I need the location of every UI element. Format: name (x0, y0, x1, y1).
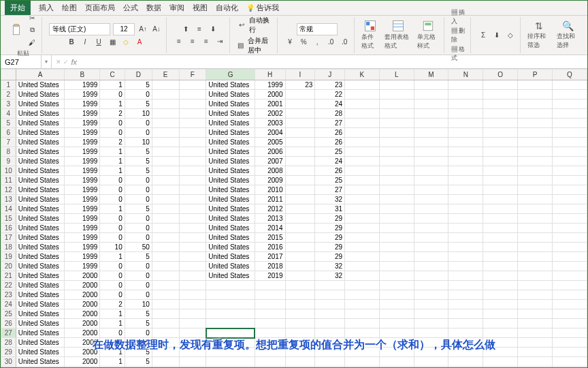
cell[interactable] (152, 243, 179, 252)
cell[interactable] (483, 109, 518, 119)
cell[interactable] (285, 147, 315, 157)
cell[interactable] (518, 262, 553, 271)
cell[interactable]: 29 (315, 224, 345, 233)
menu-tab-7[interactable]: 视图 (193, 3, 208, 13)
cell[interactable] (152, 262, 179, 271)
cell[interactable] (379, 214, 414, 224)
col-header-J[interactable]: J (315, 70, 345, 80)
cell[interactable]: 2000 (65, 328, 100, 338)
cell[interactable] (152, 204, 179, 214)
cell[interactable]: 29 (315, 252, 345, 262)
cell[interactable] (315, 309, 345, 319)
cell[interactable] (152, 281, 179, 290)
cell[interactable] (414, 138, 448, 147)
cell[interactable] (379, 290, 414, 300)
cell[interactable]: 5 (125, 348, 152, 357)
row-header[interactable]: 5 (1, 119, 16, 128)
cell[interactable]: 50 (125, 243, 152, 252)
cell[interactable]: 1 (100, 80, 125, 90)
cell[interactable] (179, 309, 206, 319)
cell[interactable] (448, 243, 483, 252)
cell[interactable]: United States (16, 319, 65, 328)
cell[interactable]: 0 (125, 119, 152, 128)
cell[interactable] (483, 233, 518, 243)
cell[interactable] (552, 338, 587, 348)
cell[interactable] (414, 80, 448, 90)
cell[interactable] (285, 252, 315, 262)
cell[interactable] (152, 224, 179, 233)
cell[interactable]: 0 (125, 290, 152, 300)
cell[interactable] (448, 166, 483, 176)
cell[interactable] (552, 176, 587, 185)
cell[interactable]: United States (206, 214, 255, 224)
cell[interactable]: 29 (315, 233, 345, 243)
cell[interactable] (179, 357, 206, 367)
cell[interactable] (552, 290, 587, 300)
cell[interactable] (285, 243, 315, 252)
cell[interactable] (285, 195, 315, 204)
cell[interactable] (285, 319, 315, 328)
cell[interactable] (255, 319, 285, 328)
cell[interactable] (414, 99, 448, 109)
cell[interactable]: 2019 (255, 271, 285, 281)
cell[interactable] (414, 128, 448, 138)
cell[interactable] (483, 90, 518, 99)
cell[interactable] (379, 328, 414, 338)
cell[interactable] (206, 357, 255, 367)
cell[interactable]: 2004 (255, 128, 285, 138)
sort-filter-button[interactable]: ⇅排序和筛选 (527, 20, 550, 50)
row-header[interactable]: 12 (1, 185, 16, 195)
cell[interactable] (285, 300, 315, 309)
underline-icon[interactable]: U (93, 37, 104, 48)
cell[interactable] (518, 300, 553, 309)
cell[interactable]: 1 (100, 338, 125, 348)
cell[interactable] (315, 367, 345, 368)
cell[interactable] (414, 185, 448, 195)
format-painter-icon[interactable]: 🖌 (27, 37, 37, 48)
cell[interactable] (518, 367, 553, 368)
cell[interactable] (379, 271, 414, 281)
cell[interactable] (414, 338, 448, 348)
cell[interactable] (552, 185, 587, 195)
cell[interactable] (552, 224, 587, 233)
cell[interactable] (552, 367, 587, 368)
cell[interactable] (345, 128, 380, 138)
cell[interactable]: 5 (125, 357, 152, 367)
cell[interactable]: United States (206, 176, 255, 185)
cell[interactable] (179, 109, 206, 119)
cell[interactable]: United States (16, 157, 65, 166)
table-format-button[interactable]: 套用表格格式 (385, 20, 411, 50)
cell[interactable]: United States (16, 195, 65, 204)
cell[interactable] (345, 281, 380, 290)
cell[interactable] (379, 128, 414, 138)
row-header[interactable]: 19 (1, 252, 16, 262)
cell[interactable] (345, 90, 380, 99)
cell[interactable]: 2000 (65, 367, 100, 368)
cell[interactable] (518, 90, 553, 99)
percent-icon[interactable]: % (298, 37, 309, 48)
cell[interactable]: United States (16, 357, 65, 367)
cell[interactable]: United States (206, 204, 255, 214)
cell[interactable]: 0 (125, 224, 152, 233)
cell[interactable]: United States (16, 185, 65, 195)
cell[interactable]: 5 (125, 80, 152, 90)
cell[interactable]: 22 (315, 90, 345, 99)
row-header[interactable]: 8 (1, 147, 16, 157)
cell[interactable] (152, 300, 179, 309)
cell[interactable] (345, 319, 380, 328)
cell[interactable]: United States (206, 147, 255, 157)
cell[interactable] (483, 367, 518, 368)
cell[interactable] (518, 195, 553, 204)
delete-cells-button[interactable]: ▦ 删除 (451, 27, 466, 44)
cell[interactable]: 25 (315, 147, 345, 157)
autosum-icon[interactable]: Σ (478, 30, 489, 41)
cell[interactable] (206, 348, 255, 357)
cell[interactable] (552, 109, 587, 119)
cell[interactable] (345, 290, 380, 300)
cell[interactable]: 0 (100, 185, 125, 195)
cell[interactable] (179, 262, 206, 271)
menu-tab-9[interactable]: 告诉我 (246, 3, 279, 13)
cell[interactable]: 2009 (255, 176, 285, 185)
cell[interactable]: 1999 (65, 138, 100, 147)
cell[interactable]: 2000 (65, 357, 100, 367)
